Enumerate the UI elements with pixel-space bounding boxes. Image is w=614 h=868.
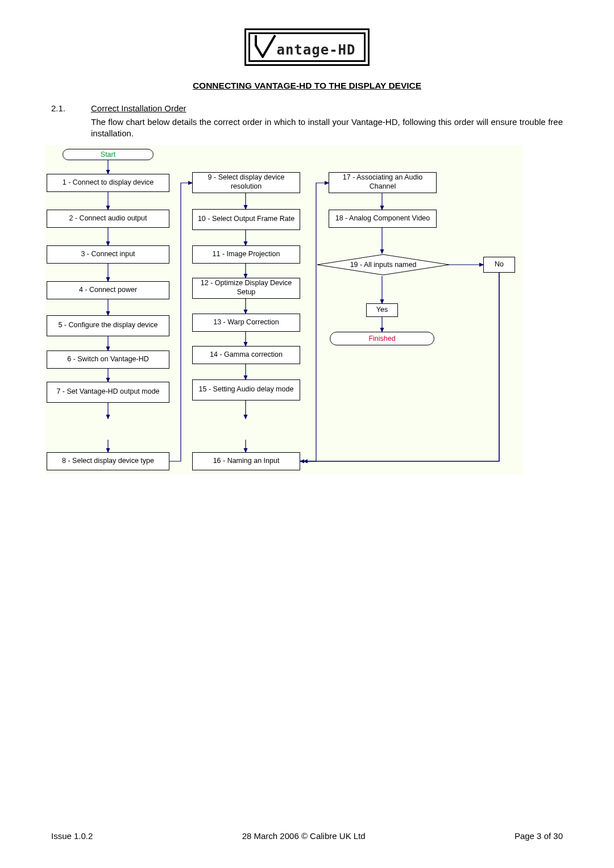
decision-node: 19 - All inputs named bbox=[316, 253, 450, 276]
footer-issue: Issue 1.0.2 bbox=[51, 831, 93, 841]
page-title: CONNECTING VANTAGE-HD TO THE DISPLAY DEV… bbox=[51, 81, 563, 91]
footer-page: Page 3 of 30 bbox=[515, 831, 563, 841]
node-13: 13 - Warp Correction bbox=[192, 314, 300, 332]
footer-date: 28 March 2006 © Calibre UK Ltd bbox=[242, 831, 366, 841]
node-5: 5 - Configure the display device bbox=[47, 315, 169, 336]
section-number: 2.1. bbox=[51, 103, 91, 113]
node-1: 1 - Connect to display device bbox=[47, 174, 169, 192]
flowchart-connectors bbox=[45, 145, 523, 475]
node-11: 11 - Image Projection bbox=[192, 245, 300, 264]
node-12: 12 - Optimize Display Device Setup bbox=[192, 278, 300, 299]
page-footer: Issue 1.0.2 28 March 2006 © Calibre UK L… bbox=[51, 831, 563, 841]
node-2: 2 - Connect audio output bbox=[47, 210, 169, 228]
finished-node: Finished bbox=[330, 332, 434, 345]
node-10: 10 - Select Output Frame Rate bbox=[192, 209, 300, 230]
node-6: 6 - Switch on Vantage-HD bbox=[47, 350, 169, 369]
logo: antage-HD bbox=[51, 28, 563, 66]
no-node: No bbox=[483, 257, 515, 273]
node-9: 9 - Select display device resolution bbox=[192, 172, 300, 193]
node-17: 17 - Associating an Audio Channel bbox=[329, 172, 437, 193]
yes-node: Yes bbox=[366, 303, 398, 317]
section-heading: 2.1. Correct Installation Order bbox=[51, 103, 563, 113]
node-16: 16 - Naming an Input bbox=[192, 452, 300, 470]
node-15: 15 - Setting Audio delay mode bbox=[192, 379, 300, 400]
checkmark-icon bbox=[255, 33, 277, 58]
node-7: 7 - Set Vantage-HD output mode bbox=[47, 382, 169, 403]
node-8: 8 - Select display device type bbox=[47, 452, 169, 470]
logo-text: antage-HD bbox=[276, 42, 355, 58]
start-node: Start bbox=[63, 149, 154, 160]
node-14: 14 - Gamma correction bbox=[192, 346, 300, 364]
node-4: 4 - Connect power bbox=[47, 281, 169, 299]
node-18: 18 - Analog Component Video bbox=[329, 210, 437, 228]
flowchart: Start 1 - Connect to display device 2 - … bbox=[45, 145, 523, 475]
node-3: 3 - Connect input bbox=[47, 245, 169, 264]
section-paragraph: The flow chart below details the correct… bbox=[91, 116, 563, 140]
section-name: Correct Installation Order bbox=[91, 103, 186, 113]
